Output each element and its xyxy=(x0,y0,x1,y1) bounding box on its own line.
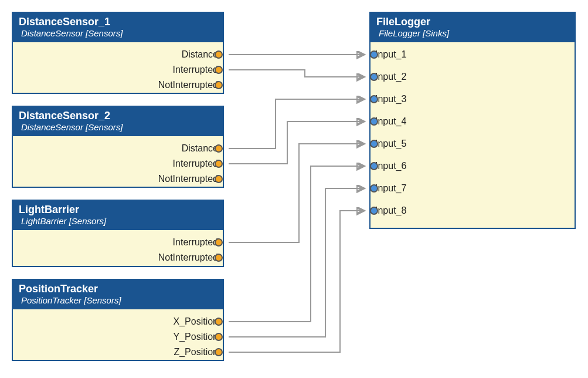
port-label: Input_3 xyxy=(375,94,406,104)
node-title: DistanceSensor_1 xyxy=(19,15,217,28)
node-subtype: DistanceSensor [Sensors] xyxy=(19,122,217,133)
node-header: DistanceSensor_1 DistanceSensor [Sensors… xyxy=(13,13,223,42)
output-port-icon[interactable] xyxy=(215,238,223,247)
port-notinterrupted[interactable]: NotInterrupted xyxy=(158,77,218,93)
output-port-icon[interactable] xyxy=(215,254,223,262)
port-input-1[interactable]: Input_1 xyxy=(375,47,406,62)
node-header: PositionTracker PositionTracker [Sensors… xyxy=(13,280,223,309)
port-label: Interrupted xyxy=(173,158,218,168)
wire-ds2-interrupted-to-input4 xyxy=(229,122,363,164)
node-header: LightBarrier LightBarrier [Sensors] xyxy=(13,201,223,230)
node-positiontracker[interactable]: PositionTracker PositionTracker [Sensors… xyxy=(12,279,224,361)
output-port-icon[interactable] xyxy=(215,348,223,356)
input-port-icon[interactable] xyxy=(370,95,378,103)
port-input-7[interactable]: Input_7 xyxy=(375,181,406,196)
wire-ds2-distance-to-input3 xyxy=(229,99,363,148)
port-distance[interactable]: Distance xyxy=(182,141,218,156)
port-input-3[interactable]: Input_3 xyxy=(375,92,406,107)
wire-lb-interrupted-to-input5 xyxy=(229,144,363,242)
node-subtype: FileLogger [Sinks] xyxy=(376,28,569,39)
port-label: NotInterrupted xyxy=(158,80,218,90)
port-input-4[interactable]: Input_4 xyxy=(375,114,406,129)
wire-ds1-interrupted-to-input2 xyxy=(229,70,363,77)
port-input-6[interactable]: Input_6 xyxy=(375,158,406,174)
node-subtype: LightBarrier [Sensors] xyxy=(19,216,217,227)
output-port-icon[interactable] xyxy=(215,160,223,168)
node-title: DistanceSensor_2 xyxy=(19,109,217,122)
node-subtype: PositionTracker [Sensors] xyxy=(19,295,217,306)
port-distance[interactable]: Distance xyxy=(182,47,218,62)
input-port-icon[interactable] xyxy=(370,162,378,170)
output-port-icon[interactable] xyxy=(215,81,223,89)
node-title: LightBarrier xyxy=(19,203,217,216)
port-interrupted[interactable]: Interrupted xyxy=(173,235,218,250)
port-label: Input_8 xyxy=(375,205,406,215)
port-notinterrupted[interactable]: NotInterrupted xyxy=(158,250,218,265)
port-label: Input_6 xyxy=(375,161,406,171)
port-input-5[interactable]: Input_5 xyxy=(375,136,406,151)
port-label: Interrupted xyxy=(173,237,218,247)
port-y-position[interactable]: Y_Position xyxy=(174,329,219,345)
port-label: Input_7 xyxy=(375,183,406,193)
node-lightbarrier[interactable]: LightBarrier LightBarrier [Sensors] Inte… xyxy=(12,200,224,267)
input-port-icon[interactable] xyxy=(370,73,378,81)
node-filelogger[interactable]: FileLogger FileLogger [Sinks] Input_1 In… xyxy=(369,12,576,229)
output-port-icon[interactable] xyxy=(215,318,223,326)
input-port-icon[interactable] xyxy=(370,184,378,193)
input-port-icon[interactable] xyxy=(370,117,378,126)
port-label: Input_4 xyxy=(375,116,406,126)
port-input-8[interactable]: Input_8 xyxy=(375,203,406,218)
port-label: Interrupted xyxy=(173,65,218,75)
node-title: FileLogger xyxy=(376,15,569,28)
port-label: Input_2 xyxy=(375,72,406,82)
port-notinterrupted[interactable]: NotInterrupted xyxy=(158,171,218,187)
port-label: Distance xyxy=(182,143,218,153)
input-port-icon[interactable] xyxy=(370,50,378,59)
output-port-icon[interactable] xyxy=(215,333,223,341)
diagram-canvas: DistanceSensor_1 DistanceSensor [Sensors… xyxy=(12,12,576,366)
port-z-position[interactable]: Z_Position xyxy=(174,345,218,360)
node-title: PositionTracker xyxy=(19,282,217,295)
port-x-position[interactable]: X_Position xyxy=(174,314,219,329)
port-label: NotInterrupted xyxy=(158,174,218,184)
port-label: Distance xyxy=(182,49,218,59)
wire-pt-x-to-input6 xyxy=(229,166,363,322)
node-header: DistanceSensor_2 DistanceSensor [Sensors… xyxy=(13,107,223,136)
port-interrupted[interactable]: Interrupted xyxy=(173,62,218,77)
node-distancesensor-1[interactable]: DistanceSensor_1 DistanceSensor [Sensors… xyxy=(12,12,224,94)
port-label: X_Position xyxy=(174,316,219,326)
output-port-icon[interactable] xyxy=(215,66,223,74)
input-port-icon[interactable] xyxy=(370,140,378,148)
output-port-icon[interactable] xyxy=(215,144,223,153)
port-input-2[interactable]: Input_2 xyxy=(375,69,406,85)
output-port-icon[interactable] xyxy=(215,50,223,59)
wire-pt-y-to-input7 xyxy=(229,188,363,337)
node-distancesensor-2[interactable]: DistanceSensor_2 DistanceSensor [Sensors… xyxy=(12,106,224,188)
port-label: Input_5 xyxy=(375,139,406,148)
input-port-icon[interactable] xyxy=(370,207,378,215)
port-interrupted[interactable]: Interrupted xyxy=(173,156,218,171)
port-label: Y_Position xyxy=(174,332,219,342)
node-subtype: DistanceSensor [Sensors] xyxy=(19,28,217,39)
output-port-icon[interactable] xyxy=(215,175,223,183)
port-label: Input_1 xyxy=(375,49,406,59)
port-label: Z_Position xyxy=(174,347,218,357)
port-label: NotInterrupted xyxy=(158,252,218,262)
wire-pt-z-to-input8 xyxy=(229,211,363,352)
node-header: FileLogger FileLogger [Sinks] xyxy=(371,13,575,42)
